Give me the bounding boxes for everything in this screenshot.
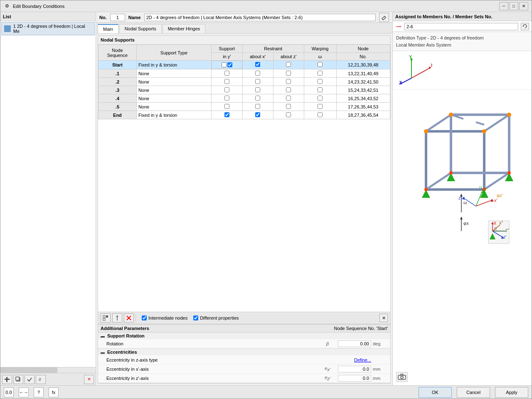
cell-y[interactable] [212, 61, 242, 69]
svg-text:X: X [493, 221, 497, 226]
cell-y[interactable] [211, 69, 242, 78]
table-row[interactable]: .3None15,24,33,42,51 [99, 86, 390, 94]
assigned-members-field[interactable] [404, 23, 518, 30]
status-value-button[interactable]: 0.0 [4, 387, 14, 397]
definition-panel: Definition Type - 2D - 4 degrees of free… [393, 32, 532, 51]
add-row-button[interactable] [101, 313, 111, 323]
list-item-icon [4, 25, 11, 32]
cell-w[interactable] [304, 103, 336, 111]
arrow-icon [395, 23, 402, 30]
edit-name-button[interactable] [379, 13, 389, 22]
intermediate-nodes-checkbox[interactable] [142, 315, 147, 320]
add-item-button[interactable] [2, 375, 12, 384]
different-properties-checkbox[interactable] [193, 315, 198, 320]
cell-node-no: 16,25,34,43,52 [336, 94, 390, 103]
eccentricities-header[interactable]: ▬ Eccentricities [98, 349, 390, 355]
ok-button[interactable]: OK [419, 387, 452, 398]
status-help-button[interactable]: ? [34, 387, 44, 397]
cell-w[interactable] [304, 69, 336, 78]
table-row[interactable]: .4None16,25,34,43,52 [99, 94, 390, 103]
name-input[interactable] [144, 14, 376, 21]
cell-x[interactable] [242, 94, 273, 103]
cell-y[interactable] [211, 86, 242, 94]
eccen-z-value[interactable] [338, 375, 371, 382]
cell-x[interactable] [242, 78, 273, 86]
status-arrow-button[interactable]: ←→ [19, 387, 29, 397]
toolbar-separator [135, 314, 136, 322]
apply-button[interactable]: Apply [495, 387, 528, 398]
cell-x[interactable] [242, 61, 273, 69]
check-item-button[interactable] [25, 375, 34, 384]
col-support-header: Support [211, 45, 242, 53]
cell-z[interactable] [273, 78, 304, 86]
window-controls: ─ □ ✕ [499, 2, 528, 10]
cell-x[interactable] [242, 69, 273, 78]
status-formula-button[interactable]: fx [49, 387, 59, 397]
table-row[interactable]: EndFixed in y & torsion18,27,36,45,54 [99, 111, 390, 119]
cell-z[interactable] [273, 86, 304, 94]
assigned-refresh-button[interactable] [521, 23, 529, 30]
close-toolbar-button[interactable]: ✕ [379, 314, 388, 322]
minimize-button[interactable]: ─ [499, 2, 508, 10]
close-button[interactable]: ✕ [519, 2, 528, 10]
tab-member-hinges[interactable]: Member Hinges [163, 24, 206, 33]
insert-row-button[interactable] [112, 313, 122, 323]
eccentricities-section: ▬ Eccentricities Eccentricity in z-axis … [98, 349, 390, 383]
define-link[interactable]: Define... [354, 357, 371, 362]
cell-z[interactable] [273, 103, 304, 111]
tab-main[interactable]: Main [98, 24, 118, 33]
col-omega: ω [304, 53, 336, 61]
window-title: Edit Boundary Conditions [13, 4, 499, 9]
cell-x[interactable] [242, 111, 273, 119]
cell-z[interactable] [273, 111, 304, 119]
svg-point-83 [401, 376, 403, 379]
cell-x[interactable] [242, 103, 273, 111]
list-scroll-area[interactable] [0, 367, 96, 373]
table-row[interactable]: .1None13,22,31,40,49 [99, 69, 390, 78]
cell-z[interactable] [273, 94, 304, 103]
tab-nodal-supports[interactable]: Nodal Supports [119, 24, 162, 33]
svg-marker-11 [116, 315, 118, 317]
cell-w[interactable] [304, 78, 336, 86]
name-label: Name [128, 15, 141, 20]
cell-w[interactable] [304, 111, 336, 119]
col-about-z: about z' [273, 53, 304, 61]
cell-y[interactable] [211, 111, 242, 119]
table-row[interactable]: .5None17,26,35,44,53 [99, 103, 390, 111]
maximize-button[interactable]: □ [509, 2, 518, 10]
cell-x[interactable] [242, 86, 273, 94]
eccen-z-axis-type-row: Eccentricity in z-axis type Define... [98, 355, 390, 365]
cell-seq: Start [99, 61, 137, 69]
cell-z[interactable] [273, 61, 304, 69]
cell-y[interactable] [211, 94, 242, 103]
svg-text:φz': φz' [497, 193, 503, 198]
cancel-button[interactable]: Cancel [457, 387, 490, 398]
svg-point-41 [507, 113, 511, 117]
intermediate-nodes-label[interactable]: Intermediate nodes [142, 315, 187, 320]
cell-y[interactable] [211, 103, 242, 111]
no-input[interactable] [110, 14, 125, 21]
delete-item-button[interactable]: ✕ [84, 375, 94, 384]
cell-w[interactable] [304, 94, 336, 103]
copy-item-button[interactable] [13, 375, 23, 384]
screenshot-icon[interactable] [396, 372, 408, 382]
delete-row-button[interactable] [124, 313, 134, 323]
rotation-value[interactable] [338, 340, 371, 347]
renumber-button[interactable]: # [36, 375, 46, 384]
cell-w[interactable] [304, 61, 336, 69]
cell-z[interactable] [273, 69, 304, 78]
cell-y[interactable] [211, 78, 242, 86]
cell-w[interactable] [304, 86, 336, 94]
support-rotation-header[interactable]: ▬ Support Rotation [98, 332, 390, 339]
table-row[interactable]: .2None14,23,32,41,50 [99, 78, 390, 86]
status-bar: 0.0 ←→ ? fx OK Cancel Apply [0, 385, 532, 399]
bottom-toolbar: Intermediate nodes Different properties … [98, 312, 390, 324]
eccen-x-value[interactable] [338, 366, 371, 372]
main-window: ⚙ Edit Boundary Conditions ─ □ ✕ List 1 … [0, 0, 532, 399]
svg-text:Z: Z [399, 80, 402, 84]
table-row[interactable]: StartFixed in y & torsion12,21,30,39,48 [99, 61, 390, 69]
different-properties-label[interactable]: Different properties [193, 315, 239, 320]
list-item[interactable]: 1 2D - 4 degrees of freedom | Local Me [1, 22, 95, 35]
svg-text:ω: ω [463, 200, 467, 205]
svg-point-42 [424, 129, 428, 133]
